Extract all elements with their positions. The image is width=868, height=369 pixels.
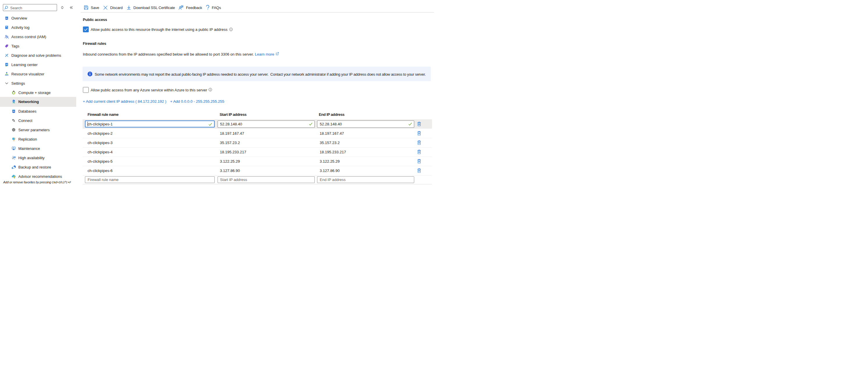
svg-text:DB: DB <box>13 111 15 112</box>
svg-text:101: 101 <box>5 63 7 65</box>
svg-text:My: My <box>5 18 7 19</box>
